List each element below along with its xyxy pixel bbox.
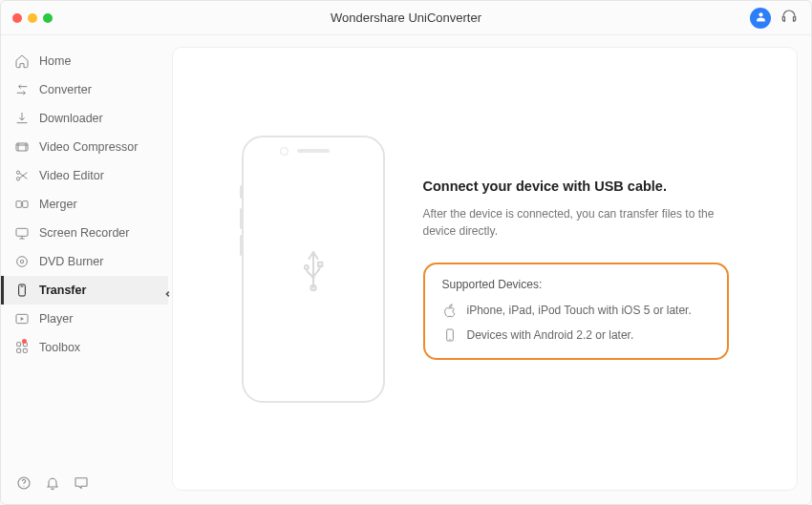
converter-icon xyxy=(14,82,30,97)
close-window-button[interactable] xyxy=(12,13,22,23)
sidebar-item-label: Toolbox xyxy=(39,341,80,354)
sidebar-item-screen-recorder[interactable]: Screen Recorder xyxy=(1,219,168,247)
sidebar-footer xyxy=(1,466,168,504)
merger-icon xyxy=(14,197,30,212)
svg-point-17 xyxy=(304,265,308,269)
connect-heading: Connect your device with USB cable. xyxy=(423,179,729,194)
supported-device-row: Devices with Android 2.2 or later. xyxy=(442,327,710,343)
help-icon xyxy=(16,477,32,494)
sidebar-item-label: Video Compressor xyxy=(39,140,138,154)
main-content: Connect your device with USB cable. Afte… xyxy=(168,35,811,504)
feedback-button[interactable] xyxy=(74,475,89,494)
app-title: Wondershare UniConverter xyxy=(1,11,811,25)
svg-rect-18 xyxy=(317,262,321,265)
sidebar-item-label: Transfer xyxy=(39,284,86,297)
sidebar-nav: Home Converter Downloader Video Compress… xyxy=(1,47,168,466)
sidebar-item-player[interactable]: Player xyxy=(1,305,168,333)
sidebar-collapse-button[interactable] xyxy=(162,284,174,303)
sidebar-item-converter[interactable]: Converter xyxy=(1,75,168,104)
scissors-icon xyxy=(14,168,30,183)
sidebar-item-video-editor[interactable]: Video Editor xyxy=(1,161,168,190)
sidebar-item-label: Video Editor xyxy=(39,169,104,182)
screen-recorder-icon xyxy=(14,225,30,241)
svg-rect-3 xyxy=(16,201,21,208)
user-icon xyxy=(755,10,767,27)
bell-icon xyxy=(45,477,60,494)
home-icon xyxy=(14,53,30,69)
supported-device-text: iPhone, iPad, iPod Touch with iOS 5 or l… xyxy=(467,304,692,317)
download-icon xyxy=(14,111,30,126)
chat-icon xyxy=(74,477,89,494)
sidebar-item-merger[interactable]: Merger xyxy=(1,190,168,219)
svg-point-15 xyxy=(23,486,24,487)
titlebar-actions xyxy=(750,8,811,29)
transfer-info: Connect your device with USB cable. Afte… xyxy=(423,179,729,360)
new-badge xyxy=(22,339,27,344)
sidebar: Home Converter Downloader Video Compress… xyxy=(1,35,168,504)
sidebar-item-toolbox[interactable]: Toolbox xyxy=(1,333,168,362)
notifications-button[interactable] xyxy=(45,475,60,494)
sidebar-item-home[interactable]: Home xyxy=(1,47,168,75)
sidebar-item-label: Downloader xyxy=(39,112,103,125)
disc-icon xyxy=(14,254,30,269)
sidebar-item-dvd-burner[interactable]: DVD Burner xyxy=(1,247,168,276)
connect-subheading: After the device is connected, you can t… xyxy=(423,205,729,240)
apple-icon xyxy=(442,303,458,318)
sidebar-item-label: Home xyxy=(39,54,71,68)
svg-point-6 xyxy=(17,257,28,267)
sidebar-item-label: Player xyxy=(39,312,73,326)
sidebar-item-downloader[interactable]: Downloader xyxy=(1,104,168,133)
phone-side-button xyxy=(240,208,243,229)
minimize-window-button[interactable] xyxy=(28,13,37,23)
play-icon xyxy=(14,311,30,326)
app-body: Home Converter Downloader Video Compress… xyxy=(1,35,811,504)
phone-illustration xyxy=(242,136,385,403)
phone-side-button xyxy=(240,235,243,256)
sidebar-item-label: Screen Recorder xyxy=(39,226,130,240)
sidebar-item-label: Merger xyxy=(39,198,77,211)
maximize-window-button[interactable] xyxy=(43,13,53,23)
svg-rect-5 xyxy=(16,228,28,236)
android-icon xyxy=(442,327,458,343)
usb-icon xyxy=(296,243,331,295)
sidebar-item-transfer[interactable]: Transfer xyxy=(1,276,168,305)
headset-icon xyxy=(780,11,798,28)
supported-devices-callout: Supported Devices: iPhone, iPad, iPod To… xyxy=(423,263,729,360)
phone-side-button xyxy=(240,185,243,199)
supported-device-text: Devices with Android 2.2 or later. xyxy=(467,328,634,342)
supported-devices-title: Supported Devices: xyxy=(442,278,710,291)
svg-rect-4 xyxy=(23,201,28,208)
account-button[interactable] xyxy=(750,8,771,29)
svg-rect-13 xyxy=(23,348,27,352)
compressor-icon xyxy=(14,139,30,155)
help-button[interactable] xyxy=(16,475,32,494)
supported-device-row: iPhone, iPad, iPod Touch with iOS 5 or l… xyxy=(442,303,710,318)
sidebar-item-label: DVD Burner xyxy=(39,255,103,268)
chevron-left-icon xyxy=(164,284,172,302)
support-button[interactable] xyxy=(780,8,798,29)
svg-rect-12 xyxy=(17,348,21,352)
svg-rect-10 xyxy=(17,343,21,347)
svg-point-7 xyxy=(20,260,23,263)
sidebar-item-label: Converter xyxy=(39,83,92,96)
sidebar-item-video-compressor[interactable]: Video Compressor xyxy=(1,133,168,161)
titlebar: Wondershare UniConverter xyxy=(1,1,811,35)
app-window: Wondershare UniConverter Home xyxy=(0,0,812,505)
window-controls xyxy=(1,13,53,23)
transfer-panel: Connect your device with USB cable. Afte… xyxy=(172,47,798,491)
transfer-icon xyxy=(14,283,30,298)
svg-point-20 xyxy=(449,338,450,339)
